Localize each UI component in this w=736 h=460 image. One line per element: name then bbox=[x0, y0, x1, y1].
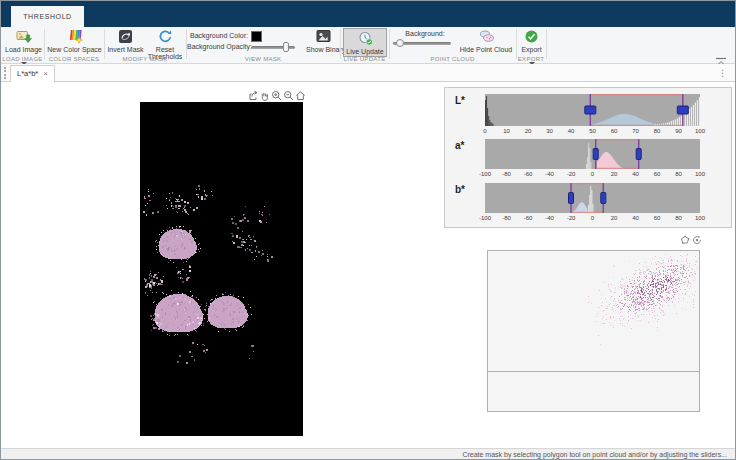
channel-label-a: a* bbox=[455, 140, 464, 151]
tab-close-icon[interactable]: × bbox=[43, 69, 48, 78]
ribbon-toolstrip: Load Image LOAD IMAGE New Color Space CO… bbox=[1, 27, 736, 64]
tick-label: -80 bbox=[502, 215, 511, 221]
document-area: L* 0102030405060708090100 a* -100-80-60-… bbox=[1, 82, 736, 448]
section-separator bbox=[389, 29, 390, 59]
tick-label: 0 bbox=[483, 128, 486, 134]
tick-label: 20 bbox=[611, 215, 618, 221]
show-binary-label: Show Binary bbox=[306, 46, 340, 54]
tick-label: 60 bbox=[611, 128, 618, 134]
titlebar: THRESHOLD bbox=[1, 1, 736, 27]
pointcloud-toolbar bbox=[680, 231, 702, 249]
tick-label: -100 bbox=[479, 215, 491, 221]
hide-point-cloud-icon bbox=[457, 29, 515, 45]
section-label-load-image: LOAD IMAGE bbox=[1, 56, 44, 62]
tick-label: 100 bbox=[695, 171, 705, 177]
tick-label: 100 bbox=[695, 128, 705, 134]
new-color-space-icon bbox=[46, 29, 103, 45]
status-bar: Create mask by selecting polygon tool on… bbox=[1, 448, 736, 460]
background-color-label: Background Color: bbox=[187, 32, 248, 39]
invert-mask-label: Invert Mask bbox=[106, 46, 145, 54]
live-update-label: Live Update bbox=[344, 48, 386, 56]
load-image-icon bbox=[3, 29, 44, 45]
tick-label: 80 bbox=[675, 215, 682, 221]
document-tab-bar: L*a*b*× ⋮ bbox=[1, 64, 736, 82]
histogram-a[interactable] bbox=[485, 139, 700, 169]
tick-label: 80 bbox=[654, 128, 661, 134]
channel-label-b: b* bbox=[455, 184, 465, 195]
tab-lab[interactable]: L*a*b*× bbox=[10, 65, 55, 82]
section-label-point-cloud: POINT CLOUD bbox=[389, 56, 516, 62]
pointcloud-background-label: Background: bbox=[399, 30, 451, 37]
tick-label: -40 bbox=[545, 215, 554, 221]
pointcloud-background-slider[interactable] bbox=[393, 42, 451, 45]
point-cloud-plot[interactable] bbox=[487, 250, 700, 412]
tick-label: 40 bbox=[632, 171, 639, 177]
background-color-swatch[interactable] bbox=[251, 31, 262, 42]
masked-image-canvas[interactable] bbox=[140, 102, 303, 436]
section-label-export: EXPORT bbox=[516, 56, 546, 62]
histogram-panel: L* 0102030405060708090100 a* -100-80-60-… bbox=[444, 87, 732, 228]
tick-label: -60 bbox=[524, 215, 533, 221]
show-binary-button[interactable]: Show Binary bbox=[306, 28, 340, 54]
tick-label: 20 bbox=[525, 128, 532, 134]
tick-label: 40 bbox=[568, 128, 575, 134]
background-opacity-slider[interactable] bbox=[251, 46, 295, 49]
section-label-color-spaces: COLOR SPACES bbox=[44, 56, 104, 62]
tick-label: 60 bbox=[654, 171, 661, 177]
channel-label-l: L* bbox=[455, 95, 465, 106]
tick-label: 10 bbox=[503, 128, 510, 134]
tick-label: 0 bbox=[591, 171, 594, 177]
axis-ticks-a: -100-80-60-40-20020406080100 bbox=[485, 171, 700, 179]
tick-label: 50 bbox=[589, 128, 596, 134]
section-label-live-update: LIVE UPDATE bbox=[340, 56, 389, 62]
tick-label: 70 bbox=[632, 128, 639, 134]
tick-label: -60 bbox=[524, 171, 533, 177]
tick-label: -20 bbox=[567, 215, 576, 221]
tick-label: 60 bbox=[654, 215, 661, 221]
load-image-label: Load Image bbox=[3, 46, 44, 54]
tick-label: 100 bbox=[695, 215, 705, 221]
section-separator bbox=[340, 29, 341, 59]
histogram-b[interactable] bbox=[485, 183, 700, 213]
tick-label: -100 bbox=[479, 171, 491, 177]
status-message: Create mask by selecting polygon tool on… bbox=[462, 451, 727, 458]
hide-point-cloud-label: Hide Point Cloud bbox=[457, 46, 515, 54]
tick-label: -20 bbox=[567, 171, 576, 177]
tick-label: -80 bbox=[502, 171, 511, 177]
export-icon bbox=[517, 29, 546, 45]
pointcloud-background-handle[interactable] bbox=[396, 39, 404, 47]
show-binary-icon bbox=[306, 29, 340, 45]
rotate-3d-icon[interactable] bbox=[692, 231, 702, 249]
tick-label: 20 bbox=[611, 171, 618, 177]
polygon-tool-icon[interactable] bbox=[680, 231, 690, 249]
tab-threshold[interactable]: THRESHOLD bbox=[11, 6, 84, 27]
background-opacity-label: Background Opacity: bbox=[187, 43, 248, 50]
hide-point-cloud-button[interactable]: Hide Point Cloud bbox=[457, 28, 515, 54]
new-color-space-button[interactable]: New Color Space bbox=[46, 28, 103, 54]
export-label: Export bbox=[517, 46, 546, 54]
new-color-space-label: New Color Space bbox=[46, 46, 103, 54]
axis-ticks-b: -100-80-60-40-20020406080100 bbox=[485, 215, 700, 223]
tick-label: -40 bbox=[545, 171, 554, 177]
app-window: THRESHOLD Load Image LOAD IMAGE New Colo… bbox=[0, 0, 736, 460]
tab-overflow-icon[interactable]: ⋮ bbox=[718, 66, 727, 80]
section-separator bbox=[104, 29, 105, 59]
section-label-view-mask: VIEW MASK bbox=[186, 56, 340, 62]
live-update-icon bbox=[344, 31, 386, 47]
reset-thresholds-icon bbox=[145, 29, 185, 45]
section-separator bbox=[546, 29, 547, 59]
tick-label: 0 bbox=[591, 215, 594, 221]
tab-lab-label: L*a*b* bbox=[17, 69, 38, 78]
section-separator bbox=[44, 29, 45, 59]
tick-label: 90 bbox=[675, 128, 682, 134]
tick-label: 80 bbox=[675, 171, 682, 177]
tab-area-grip[interactable] bbox=[4, 67, 7, 79]
histogram-l[interactable] bbox=[485, 94, 700, 126]
invert-mask-button[interactable]: Invert Mask bbox=[106, 28, 145, 54]
invert-mask-icon bbox=[106, 29, 145, 45]
tick-label: 40 bbox=[632, 215, 639, 221]
live-update-button[interactable]: Live Update bbox=[343, 28, 387, 57]
tick-label: 30 bbox=[546, 128, 553, 134]
axis-ticks-l: 0102030405060708090100 bbox=[485, 128, 700, 136]
background-opacity-handle[interactable] bbox=[283, 42, 289, 52]
